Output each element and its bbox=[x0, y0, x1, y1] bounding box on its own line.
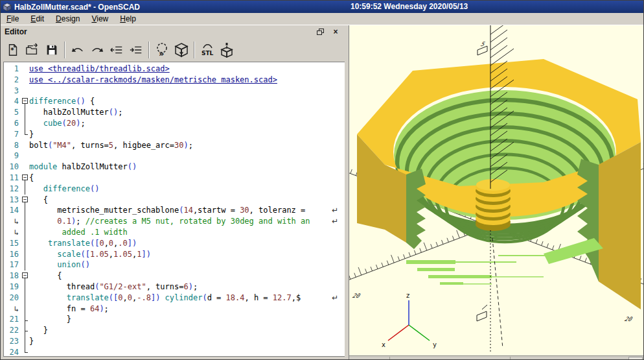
code-row: 3 bbox=[4, 86, 345, 97]
titlebar-clock: 10:59:52 Wednesday 2020/05/13 bbox=[351, 2, 468, 11]
code-text: } bbox=[29, 129, 345, 140]
svg-text:*: * bbox=[10, 47, 14, 54]
line-number: 4 bbox=[4, 96, 21, 107]
fold-column bbox=[21, 238, 29, 249]
fold-column bbox=[21, 314, 29, 325]
line-number: 11 bbox=[4, 173, 21, 184]
eol-wrap-marker: ↵ bbox=[332, 293, 338, 304]
line-number: 19 bbox=[4, 282, 21, 293]
code-row: 16 scale([1.05,1.05,1]) bbox=[4, 249, 345, 260]
panel-splitter[interactable] bbox=[345, 25, 349, 359]
code-text: halbZollMutter(); bbox=[29, 107, 345, 118]
undo-button[interactable] bbox=[68, 41, 87, 59]
export-stl-button[interactable]: STL bbox=[198, 41, 217, 59]
toolbar-separator bbox=[148, 42, 150, 58]
preview-button[interactable]: » bbox=[152, 41, 172, 59]
fold-column bbox=[21, 293, 29, 304]
line-number: 1 bbox=[4, 64, 21, 75]
code-text: } bbox=[29, 314, 345, 325]
openscad-logo-icon bbox=[3, 3, 12, 12]
menu-bar: File Edit Design View Help bbox=[1, 13, 643, 25]
code-row: ↳ fn = 64); bbox=[4, 304, 345, 315]
fold-column bbox=[21, 249, 29, 260]
menu-help[interactable]: Help bbox=[114, 13, 142, 25]
svg-text:STL: STL bbox=[201, 50, 214, 56]
fold-column bbox=[21, 216, 29, 227]
3d-viewport[interactable]: 5 20 20 x y z bbox=[349, 25, 644, 355]
new-file-button[interactable]: * bbox=[3, 41, 23, 59]
code-row: 14 metrische_mutter_schablone(14,startw … bbox=[4, 205, 345, 216]
code-text: translate([0,0,-.8]) cylinder(d = 18.4, … bbox=[29, 293, 345, 304]
code-row: 23} bbox=[4, 336, 345, 347]
code-row: 15 translate([0,0,.0]) bbox=[4, 238, 345, 249]
code-row: 21 } bbox=[4, 314, 345, 325]
code-row: 5 halbZollMutter(); bbox=[4, 107, 345, 118]
code-text: } bbox=[29, 336, 345, 347]
fold-column bbox=[21, 184, 29, 195]
line-number: 24 bbox=[4, 347, 21, 357]
code-editor[interactable]: 1use <threadlib/threadlib.scad>2use <../… bbox=[3, 62, 345, 357]
eol-wrap-marker: ↵ bbox=[332, 216, 338, 227]
code-text: union() bbox=[29, 259, 345, 270]
code-row: 13− { bbox=[4, 195, 345, 206]
unindent-button[interactable] bbox=[107, 41, 126, 59]
code-row: 11−{ bbox=[4, 173, 345, 184]
fold-column bbox=[21, 150, 29, 162]
line-number: 18 bbox=[4, 270, 21, 282]
wrap-marker: ↳ bbox=[4, 216, 21, 227]
code-row: 2use <../scalar-rackmods/masken/metrisch… bbox=[4, 75, 345, 86]
redo-button[interactable] bbox=[87, 41, 107, 59]
code-row: 19 thread("G1/2-ext", turns=6); bbox=[4, 282, 345, 293]
axis-z-label: z bbox=[406, 292, 409, 299]
dock-close-button[interactable]: × bbox=[330, 27, 341, 36]
code-text: 0.1); //creates a M5 nut, rotated by 30d… bbox=[29, 216, 345, 227]
fold-column[interactable]: − bbox=[21, 195, 29, 206]
code-text bbox=[29, 347, 345, 357]
menu-file[interactable]: File bbox=[1, 13, 25, 25]
eol-wrap-marker: ↵ bbox=[332, 205, 338, 216]
open-file-button[interactable] bbox=[23, 41, 42, 59]
line-number: 13 bbox=[4, 195, 21, 206]
line-number: 21 bbox=[4, 314, 21, 325]
dock-float-button[interactable] bbox=[315, 27, 325, 36]
menu-design[interactable]: Design bbox=[50, 13, 86, 25]
axis-x-label: x bbox=[382, 341, 385, 348]
editor-panel: Editor × * bbox=[1, 25, 345, 359]
fold-column bbox=[21, 347, 29, 357]
fold-column[interactable]: − bbox=[21, 173, 29, 184]
save-file-button[interactable] bbox=[42, 41, 62, 59]
line-number: 17 bbox=[4, 259, 21, 270]
indent-button[interactable] bbox=[126, 41, 146, 59]
menu-edit[interactable]: Edit bbox=[25, 13, 50, 25]
3d-scene: 5 20 20 x y z bbox=[349, 25, 644, 355]
fold-column bbox=[21, 304, 29, 315]
fold-column[interactable]: − bbox=[21, 96, 29, 107]
code-row: 8bolt("M4", turns=5, higbee_arc=30); bbox=[4, 140, 345, 151]
fold-column bbox=[21, 86, 29, 97]
line-number: 10 bbox=[4, 162, 21, 173]
line-number: 16 bbox=[4, 249, 21, 260]
code-text: use <threadlib/threadlib.scad> bbox=[29, 64, 345, 75]
code-row: 1use <threadlib/threadlib.scad> bbox=[4, 64, 345, 75]
fold-column[interactable]: − bbox=[21, 270, 29, 282]
code-text bbox=[29, 86, 345, 97]
viewport-scrollbar[interactable] bbox=[349, 355, 644, 360]
menu-view[interactable]: View bbox=[86, 13, 114, 25]
title-bar[interactable]: HalbZollMutter.scad* - OpenSCAD 10:59:52… bbox=[1, 1, 643, 13]
nut-right-side-face bbox=[599, 142, 641, 309]
render-button[interactable] bbox=[172, 41, 191, 59]
code-row: 4−difference() { bbox=[4, 96, 345, 107]
fold-column bbox=[21, 140, 29, 151]
fold-column bbox=[21, 129, 29, 140]
view-cube-button[interactable] bbox=[217, 41, 236, 59]
code-text: difference() { bbox=[29, 96, 345, 107]
code-row: 9 bbox=[4, 150, 345, 162]
code-text: { bbox=[29, 195, 345, 206]
scrollbar-thumb[interactable] bbox=[628, 357, 643, 360]
fold-column bbox=[21, 107, 29, 118]
code-text: { bbox=[29, 173, 345, 184]
fold-column bbox=[21, 205, 29, 216]
svg-text:»: » bbox=[159, 49, 164, 58]
editor-dock-header[interactable]: Editor × bbox=[1, 25, 345, 38]
code-row: 10module halbZollMutter() bbox=[4, 162, 345, 173]
